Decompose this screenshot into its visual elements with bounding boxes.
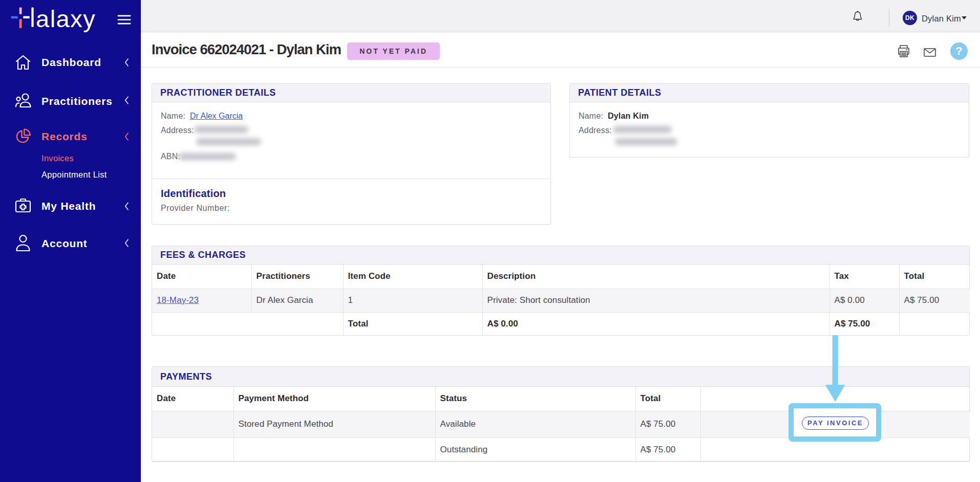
svg-text:alaxy: alaxy — [36, 5, 96, 32]
